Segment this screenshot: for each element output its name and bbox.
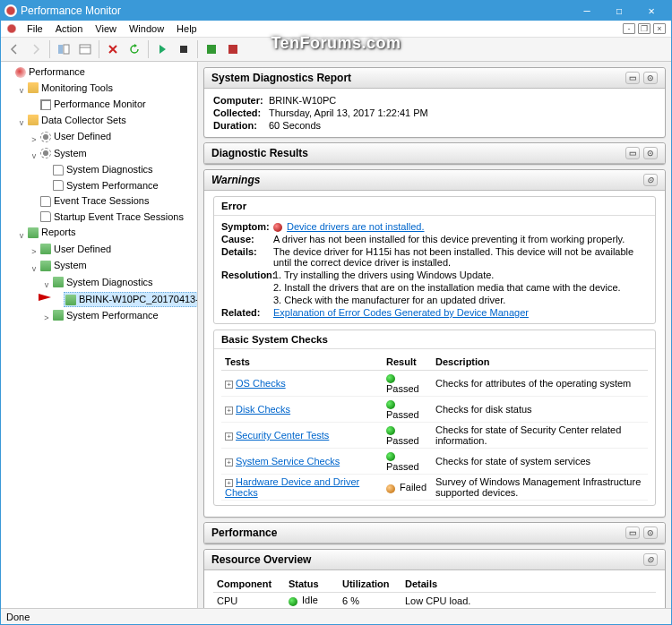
status-bar: Done [1,608,671,624]
error-heading: Error [214,197,655,216]
tree-sysperf-dcs[interactable]: System Performance [51,179,160,193]
tree-selected-report[interactable]: BRINK-W10PC_20170413-000001 [64,292,198,307]
tree-reports[interactable]: Reports [26,226,78,239]
tree-rep-user[interactable]: User Defined [39,243,113,256]
expand-square-icon[interactable]: + [225,479,233,487]
back-button[interactable] [4,39,24,59]
menu-action[interactable]: Action [49,22,90,35]
related-link[interactable]: Explanation of Error Codes Generated by … [273,307,529,318]
collapse-icon[interactable]: ⊙ [643,174,658,186]
table-row: CPU Idle 6 % Low CPU load. [213,593,656,608]
panel-header-resource[interactable]: Resource Overview ⊙ [204,550,665,570]
folder-icon [28,82,39,93]
check-link[interactable]: System Service Checks [236,456,340,467]
svg-rect-0 [58,45,63,54]
menu-icon[interactable]: ▭ [625,147,640,159]
svg-rect-2 [80,45,90,54]
svg-rect-6 [228,45,237,54]
minimize-button[interactable]: – [571,1,603,21]
value-collected: Thursday, April 13, 2017 1:22:41 PM [269,107,428,118]
view-log-button[interactable] [202,39,221,59]
tree-dcs[interactable]: Data Collector Sets [26,114,128,127]
check-link[interactable]: Hardware Device and Driver Checks [225,476,359,498]
collapse-icon[interactable]: ⊙ [643,553,658,566]
menu-view[interactable]: View [89,22,123,35]
navigation-tree[interactable]: Performance vMonitoring Tools Performanc… [1,62,198,608]
menu-help[interactable]: Help [170,22,203,35]
reports-icon [53,310,64,321]
show-hide-button[interactable] [54,39,73,59]
mdi-minimize-button[interactable]: - [623,23,635,34]
menu-icon[interactable]: ▭ [625,527,640,539]
expand-square-icon[interactable]: + [225,458,233,467]
document-icon [40,196,51,207]
pass-icon [386,374,395,383]
tree-ets[interactable]: Event Trace Sessions [39,194,151,208]
monitor-icon [40,99,51,110]
svg-rect-5 [207,45,216,54]
tree-sets[interactable]: Startup Event Trace Sessions [39,210,185,224]
panel-header-performance[interactable]: Performance ▭ ⊙ [204,523,665,544]
tree-dcs-user[interactable]: User Defined [39,130,113,143]
pass-icon [386,452,395,461]
check-link[interactable]: OS Checks [236,378,286,389]
expand-square-icon[interactable]: + [225,407,233,415]
menu-file[interactable]: File [21,22,49,35]
gear-icon [40,132,51,142]
mdi-close-button[interactable]: × [653,23,666,34]
label-computer: Computer: [213,95,269,106]
mdi-restore-button[interactable]: ❐ [638,23,650,34]
check-link[interactable]: Security Center Tests [236,430,329,441]
menu-bar: File Action View Window Help - ❐ × [1,21,671,37]
collapse-icon[interactable]: ⊙ [643,147,658,159]
tree-perfmon[interactable]: Performance Monitor [39,98,148,111]
view-report-button[interactable] [223,39,243,59]
table-row: +Disk Checks Passed Checks for disk stat… [221,397,648,423]
reports-icon [53,277,64,287]
expand-square-icon[interactable]: + [225,381,233,389]
delete-button[interactable] [103,39,123,59]
check-link[interactable]: Disk Checks [236,404,290,415]
tree-dcs-system[interactable]: System [39,147,89,160]
fail-icon [386,484,395,493]
table-row: +Security Center Tests Passed Checks for… [221,423,648,449]
basic-heading: Basic System Checks [214,330,655,349]
collapse-icon[interactable]: ⊙ [643,527,658,539]
error-panel: Error Symptom: Device drivers are not in… [213,196,656,324]
pass-icon [386,400,395,409]
collapse-icon[interactable]: ⊙ [643,72,658,84]
reports-icon [40,244,51,254]
symptom-link[interactable]: Device drivers are not installed. [287,221,424,232]
menu-icon[interactable]: ▭ [625,72,640,84]
report-content[interactable]: System Diagnostics Report ▭ ⊙ Computer:B… [198,62,671,608]
report-item-icon [65,295,76,305]
stop-button[interactable] [174,39,194,59]
expand-square-icon[interactable]: + [225,432,233,441]
tree-rep-sysdiag[interactable]: System Diagnostics [51,276,155,289]
resource-table: Component Status Utilization Details CPU… [213,576,656,608]
menu-window[interactable]: Window [123,22,170,35]
forward-button[interactable] [26,39,46,59]
tree-performance[interactable]: Performance [13,65,87,79]
tree-rep-sysperf[interactable]: System Performance [51,309,160,322]
tree-monitoring-tools[interactable]: Monitoring Tools [26,81,115,95]
toolbar [1,37,671,62]
performance-icon [15,67,26,78]
play-button[interactable] [152,39,172,59]
tree-sysdiag-dcs[interactable]: System Diagnostics [51,163,155,176]
close-button[interactable]: ✕ [635,1,668,21]
table-row: +Hardware Device and Driver Checks Faile… [221,475,648,501]
status-text: Done [6,612,30,622]
error-icon [273,223,282,232]
maximize-button[interactable]: ☐ [603,1,635,21]
document-icon [40,211,51,222]
panel-resource: Resource Overview ⊙ Component Status Uti… [203,549,666,608]
reports-icon [28,227,39,238]
console-tree-button[interactable] [75,39,95,59]
panel-header-warnings[interactable]: Warnings ⊙ [204,170,665,191]
panel-header-diag[interactable]: Diagnostic Results ▭ ⊙ [204,143,665,164]
panel-header[interactable]: System Diagnostics Report ▭ ⊙ [204,68,665,89]
tree-rep-system[interactable]: System [39,259,89,272]
title-bar: Performance Monitor – ☐ ✕ [1,1,671,21]
refresh-button[interactable] [125,39,144,59]
